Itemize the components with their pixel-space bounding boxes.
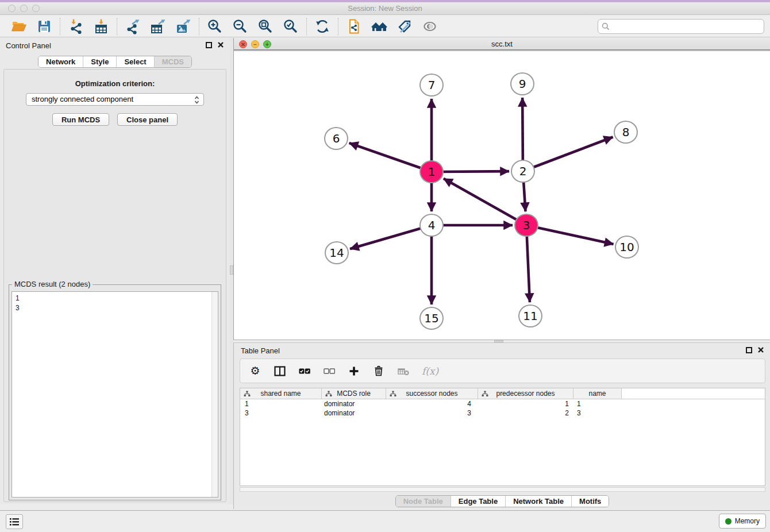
table-cell[interactable]: 3 (573, 408, 622, 418)
tab-motifs[interactable]: Motifs (571, 496, 609, 507)
delete-table-icon[interactable] (397, 365, 410, 377)
function-builder-icon[interactable]: f(x) (422, 365, 438, 377)
tab-select[interactable]: Select (116, 56, 153, 67)
minimize-window-icon[interactable] (20, 5, 28, 12)
table-header-row: shared nameMCDS rolesuccessor nodesprede… (240, 388, 765, 399)
run-mcds-button[interactable]: Run MCDS (52, 113, 109, 126)
eye-icon[interactable] (422, 18, 438, 34)
result-scrollbar[interactable] (211, 292, 218, 497)
export-network-icon[interactable] (125, 18, 141, 34)
graph-edge-1-6[interactable] (349, 143, 432, 172)
control-panel-tabs: NetworkStyleSelectMCDS (38, 56, 192, 68)
graph-edge-3-11[interactable] (526, 225, 530, 302)
optimization-criterion-label: Optimization criterion: (4, 79, 226, 88)
graph-node-7[interactable]: 7 (419, 74, 444, 97)
mcds-result-text[interactable]: 1 3 (11, 291, 218, 498)
graph-node-11[interactable]: 11 (518, 304, 542, 327)
memory-status-icon (725, 518, 732, 525)
table-row[interactable]: 3dominator323 (240, 408, 765, 418)
graph-node-2[interactable]: 2 (511, 160, 535, 183)
search-input[interactable] (598, 19, 764, 34)
zoom-in-icon[interactable] (207, 18, 223, 34)
column-header-predecessor-nodes[interactable]: predecessor nodes (478, 388, 573, 399)
network-file-icon[interactable] (346, 18, 362, 34)
close-panel-icon[interactable] (217, 41, 224, 48)
criterion-select[interactable]: strongly connected component (26, 93, 204, 106)
table-cell[interactable]: 3 (386, 408, 478, 418)
network-window-titlebar[interactable]: ✕ − + scc.txt (234, 38, 770, 51)
graph-node-4[interactable]: 4 (419, 214, 444, 237)
maximize-network-icon[interactable]: + (263, 40, 271, 48)
import-table-icon[interactable] (93, 18, 109, 34)
column-header-shared-name[interactable]: shared name (240, 388, 322, 399)
refresh-icon[interactable] (314, 18, 330, 34)
close-window-icon[interactable] (8, 5, 16, 12)
column-header-mcds-role[interactable]: MCDS role (322, 388, 386, 399)
tab-mcds[interactable]: MCDS (154, 56, 191, 67)
table-cell[interactable]: 1 (573, 399, 622, 408)
graph-edge-4-14[interactable] (350, 225, 432, 249)
table-cell[interactable]: 4 (386, 399, 478, 408)
table-cell[interactable]: 2 (478, 408, 573, 418)
graph-node-10[interactable]: 10 (615, 236, 639, 259)
tab-edge-table[interactable]: Edge Table (451, 496, 505, 507)
table-row[interactable]: 1dominator411 (240, 399, 765, 408)
table-hscrollbar[interactable] (240, 487, 765, 492)
network-canvas[interactable]: 7968124314101511 (234, 52, 770, 340)
save-floppy-icon[interactable] (36, 18, 52, 34)
zoom-selected-icon[interactable] (283, 18, 299, 34)
tab-network[interactable]: Network (38, 56, 83, 67)
graph-node-1[interactable]: 1 (419, 160, 444, 183)
column-label: MCDS role (337, 390, 371, 398)
graph-node-3[interactable]: 3 (514, 214, 538, 237)
graph-node-14[interactable]: 14 (325, 241, 349, 264)
float-panel-icon[interactable] (206, 42, 212, 48)
select-all-checkboxes-icon[interactable] (298, 365, 311, 377)
gear-icon[interactable]: ⚙ (249, 365, 261, 377)
open-folder-icon[interactable] (11, 18, 27, 34)
column-header-successor-nodes[interactable]: successor nodes (386, 388, 478, 399)
tab-style[interactable]: Style (83, 56, 116, 67)
table-cell[interactable]: dominator (322, 408, 386, 418)
split-columns-icon[interactable] (274, 365, 286, 377)
close-network-icon[interactable]: ✕ (239, 40, 247, 48)
float-table-panel-icon[interactable] (746, 347, 752, 353)
memory-button[interactable]: Memory (719, 514, 766, 529)
table-panel: Table Panel ⚙ f(x) shared nameMCDS roles… (233, 342, 770, 509)
graph-edge-3-10[interactable] (526, 225, 614, 244)
control-panel: Control Panel NetworkStyleSelectMCDS Opt… (0, 38, 230, 504)
maximize-window-icon[interactable] (32, 5, 40, 12)
deselect-all-checkboxes-icon[interactable] (323, 365, 336, 377)
zoom-fit-icon[interactable] (257, 18, 274, 34)
table-cell[interactable]: dominator (322, 399, 386, 408)
close-table-panel-icon[interactable] (757, 346, 764, 353)
window-controls[interactable] (8, 5, 40, 12)
graph-node-8[interactable]: 8 (614, 121, 638, 144)
minimize-network-icon[interactable]: − (251, 40, 259, 48)
import-network-icon[interactable] (68, 18, 84, 34)
hierarchy-icon (325, 391, 332, 397)
zoom-out-icon[interactable] (232, 18, 248, 34)
table-tabs: Node TableEdge TableNetwork TableMotifs (395, 495, 610, 507)
graph-edge-3-1[interactable] (444, 179, 526, 225)
hierarchy-icon (482, 391, 488, 397)
task-monitor-button[interactable] (6, 514, 23, 529)
table-cell[interactable]: 3 (240, 408, 322, 418)
table-cell[interactable]: 1 (478, 399, 573, 408)
graph-node-15[interactable]: 15 (419, 307, 444, 330)
export-table-icon[interactable] (150, 18, 166, 34)
graph-edge-2-8[interactable] (523, 137, 613, 171)
graph-node-6[interactable]: 6 (324, 127, 348, 150)
graph-node-9[interactable]: 9 (510, 72, 534, 95)
plus-icon[interactable] (348, 365, 360, 377)
export-image-icon[interactable] (175, 18, 191, 34)
tab-node-table[interactable]: Node Table (396, 496, 451, 507)
column-label: name (588, 390, 606, 398)
table-cell[interactable]: 1 (240, 399, 322, 408)
houses-icon[interactable] (371, 18, 387, 34)
close-panel-button[interactable]: Close panel (117, 113, 178, 126)
trash-icon[interactable] (372, 365, 385, 377)
column-header-name[interactable]: name (573, 388, 622, 399)
tab-network-table[interactable]: Network Table (505, 496, 571, 507)
label-tag-icon[interactable] (396, 18, 413, 34)
